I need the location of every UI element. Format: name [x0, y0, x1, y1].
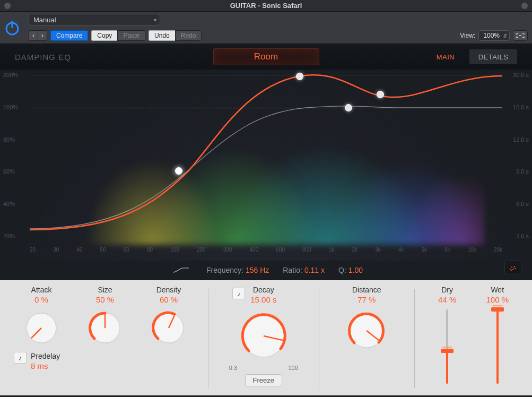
size-label: Size: [98, 286, 112, 294]
distance-control: Distance 77 %: [327, 286, 407, 391]
axis-bottom-tick: 800: [302, 247, 311, 256]
eq-band-handle-3[interactable]: [345, 104, 352, 111]
decay-scale-hi: 100: [288, 365, 298, 371]
freeze-button[interactable]: Freeze: [245, 374, 282, 386]
decay-value[interactable]: 15.00 s: [250, 295, 276, 304]
sidechain-link-button[interactable]: [513, 30, 528, 41]
axis-bottom-tick: 600: [276, 247, 285, 256]
traffic-close[interactable]: [4, 3, 11, 9]
attack-control: Attack 0 %: [10, 286, 73, 347]
decay-knob[interactable]: [237, 309, 290, 363]
zoom-value: 100%: [483, 32, 500, 39]
axis-right-tick: 3.0 s: [516, 233, 529, 239]
separator: [319, 289, 319, 388]
eq-curves: [30, 70, 502, 245]
size-control: Size 50 %: [73, 286, 137, 347]
density-knob[interactable]: [150, 309, 187, 347]
zoom-select[interactable]: 100%: [478, 30, 510, 41]
power-button[interactable]: [0, 12, 24, 44]
view-label: View:: [460, 32, 475, 39]
axis-left-tick: 60%: [3, 168, 15, 175]
predelay-sync-button[interactable]: ♪: [14, 352, 27, 364]
q-value[interactable]: 1.00: [348, 266, 363, 274]
reverb-mode-label: Room: [254, 51, 278, 62]
wet-control: Wet 100 %: [472, 286, 522, 391]
axis-bottom-tick: 1k: [329, 247, 335, 256]
axis-bottom-tick: 2k: [352, 247, 357, 256]
size-value[interactable]: 50 %: [96, 295, 114, 304]
density-label: Density: [156, 286, 181, 294]
wet-slider[interactable]: [496, 309, 499, 384]
tab-main[interactable]: MAIN: [422, 49, 469, 64]
axis-right: 30.0 s 15.0 s 12.0 s 9.0 s 6.0 s 3.0 s: [504, 70, 529, 245]
ratio-value[interactable]: 0.11 x: [304, 266, 325, 274]
eq-band-handle-2[interactable]: [296, 73, 303, 80]
paste-button[interactable]: Paste: [117, 30, 145, 41]
traffic-max[interactable]: [521, 3, 528, 9]
wet-label: Wet: [491, 286, 504, 294]
axis-bottom-tick: 400: [250, 247, 259, 256]
preset-value: Manual: [33, 16, 56, 24]
distance-label: Distance: [352, 286, 381, 294]
separator: [208, 289, 208, 388]
band-param-strip: Frequency:156 Hz Ratio:0.11 x Q:1.00: [0, 261, 532, 280]
eq-band-handle-1[interactable]: [175, 167, 182, 175]
axis-left-tick: 200%: [3, 72, 18, 78]
axis-bottom-tick: 30: [53, 247, 59, 256]
axis-right-tick: 9.0 s: [516, 168, 529, 175]
analyzer-settings-button[interactable]: [504, 261, 521, 274]
freq-label: Frequency:: [206, 266, 243, 274]
compare-button[interactable]: Compare: [50, 30, 88, 41]
copy-button[interactable]: Copy: [91, 30, 117, 41]
axis-bottom-tick: 300: [223, 247, 232, 256]
titlebar: GUITAR - Sonic Safari: [0, 0, 532, 12]
decay-sync-button[interactable]: ♪: [232, 288, 245, 299]
svg-point-6: [515, 268, 516, 269]
axis-left-tick: 40%: [3, 201, 15, 207]
predelay-value[interactable]: 8 ms: [31, 361, 48, 370]
dry-value[interactable]: 44 %: [438, 295, 456, 304]
axis-right-tick: 15.0 s: [513, 104, 529, 110]
axis-left-tick: 20%: [3, 233, 15, 239]
undo-button[interactable]: Undo: [149, 30, 175, 41]
distance-knob[interactable]: [345, 309, 388, 352]
window-title: GUITAR - Sonic Safari: [0, 2, 532, 10]
reverb-mode-button[interactable]: Room: [213, 48, 319, 65]
axis-bottom-tick: 3k: [375, 247, 381, 256]
eq-band-handle-4[interactable]: [377, 91, 384, 98]
axis-bottom-tick: 10k: [468, 247, 476, 256]
axis-bottom-tick: 6k: [421, 247, 427, 256]
freq-value[interactable]: 156 Hz: [246, 266, 269, 274]
prev-preset-button[interactable]: ‹: [29, 30, 38, 41]
axis-bottom: 20 30 40 50 60 80 100 200 300 400 600 80…: [30, 247, 502, 256]
dry-slider[interactable]: [446, 309, 448, 384]
attack-value[interactable]: 0 %: [34, 295, 48, 304]
axis-bottom-tick: 100: [170, 247, 179, 256]
svg-point-8: [513, 267, 514, 269]
size-knob[interactable]: [86, 309, 124, 347]
axis-bottom-tick: 20k: [494, 247, 502, 256]
preset-select[interactable]: Manual: [29, 14, 160, 25]
axis-right-tick: 12.0 s: [513, 136, 529, 143]
axis-right-tick: 6.0 s: [516, 201, 529, 207]
plugin-toolbar: Manual ‹ › Compare Copy Paste Undo Redo …: [0, 12, 532, 44]
redo-button[interactable]: Redo: [175, 30, 202, 41]
wet-value[interactable]: 100 %: [486, 295, 509, 304]
eq-graph[interactable]: 200% 100% 80% 60% 40% 20% 30.0 s 15.0 s …: [5, 70, 527, 261]
axis-right-tick: 30.0 s: [513, 72, 529, 78]
axis-bottom-tick: 20: [30, 247, 36, 256]
decay-label: Decay: [253, 286, 274, 294]
tab-details[interactable]: DETAILS: [469, 49, 517, 64]
attack-knob[interactable]: [23, 309, 60, 347]
density-value[interactable]: 60 %: [160, 295, 178, 304]
decay-scale-lo: 0.3: [229, 365, 237, 371]
view-tabs: MAIN DETAILS: [422, 49, 517, 64]
svg-point-4: [512, 269, 513, 270]
svg-point-2: [510, 269, 511, 270]
axis-bottom-tick: 50: [100, 247, 106, 256]
axis-bottom-tick: 40: [76, 247, 82, 256]
band-shape-button[interactable]: [169, 264, 193, 276]
distance-value[interactable]: 77 %: [357, 295, 376, 304]
next-preset-button[interactable]: ›: [38, 30, 47, 41]
axis-bottom-tick: 8k: [444, 247, 450, 256]
